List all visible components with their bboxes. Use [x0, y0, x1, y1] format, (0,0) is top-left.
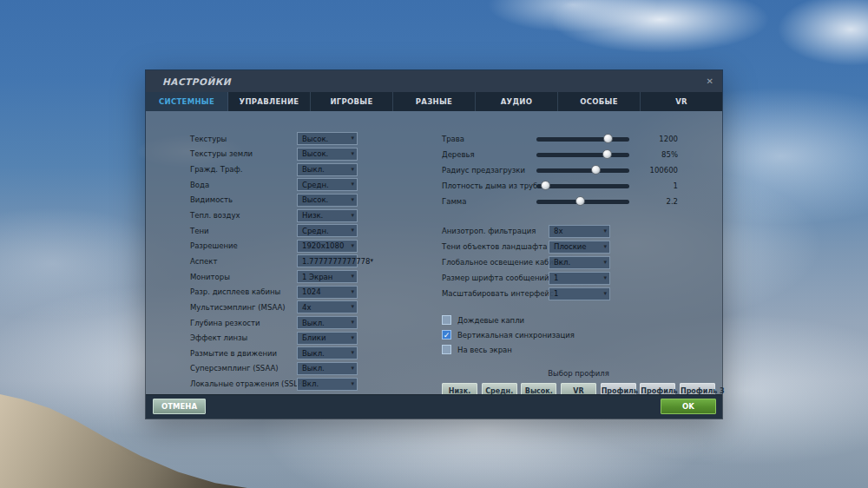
tab-gameplay[interactable]: ИГРОВЫЕ [311, 92, 393, 111]
setting-row-ssaa: Суперсэмплинг (SSAA) Выкл.▾ [190, 361, 358, 377]
setting-row-cockpit-display-res: Разр. дисплеев кабины 1024▾ [190, 284, 358, 300]
slider-row-grass: Трава 1200 [442, 131, 678, 147]
terrain-object-shadows-dropdown[interactable]: Плоские▾ [549, 241, 610, 254]
civ-traffic-dropdown[interactable]: Выкл.▾ [297, 163, 358, 176]
setting-label: Локальные отражения (SSLR) [190, 379, 306, 388]
tab-controls[interactable]: УПРАВЛЕНИЕ [228, 92, 311, 111]
dropdown-value: Средн. [302, 227, 329, 235]
heat-blur-dropdown[interactable]: Низк.▾ [297, 209, 358, 222]
chevron-down-icon: ▾ [351, 304, 354, 310]
slider-label: Трава [442, 135, 464, 143]
water-dropdown[interactable]: Средн.▾ [297, 178, 358, 191]
slider-row-gamma: Гамма 2.2 [442, 194, 678, 209]
msaa-dropdown[interactable]: 4x▾ [297, 300, 358, 313]
cancel-button[interactable]: ОТМЕНА [153, 399, 206, 414]
aspect-dropdown[interactable]: 1.7777777777778▾ [297, 254, 358, 267]
cockpit-illumination-dropdown[interactable]: Вкл.▾ [549, 256, 610, 269]
chevron-down-icon: ▾ [351, 167, 354, 173]
graphics-settings-column: Текстуры Высок.▾ Текстуры земли Высок.▾ … [190, 131, 358, 392]
setting-label: Мониторы [190, 273, 230, 281]
cockpit-display-res-dropdown[interactable]: 1024▾ [297, 286, 358, 299]
setting-label: Тени [190, 227, 209, 235]
sslr-dropdown[interactable]: Вкл.▾ [297, 378, 358, 391]
fullscreen-checkbox[interactable] [442, 345, 451, 354]
chevron-down-icon: ▾ [351, 228, 354, 234]
tab-system[interactable]: СИСТЕМНЫЕ [146, 92, 228, 111]
chevron-down-icon: ▾ [351, 181, 354, 188]
dropdown-value: 1024 [302, 287, 321, 296]
setting-label: Эффект линзы [190, 333, 247, 342]
setting-row-anisotropic: Анизотроп. фильтрация 8x▾ [442, 223, 678, 239]
setting-row-depth-of-field: Глубина резкости Выкл.▾ [190, 315, 358, 331]
vsync-checkbox[interactable]: ✓ [442, 330, 451, 340]
lens-effect-dropdown[interactable]: Блики▾ [297, 332, 358, 345]
visibility-dropdown[interactable]: Высок.▾ [297, 194, 358, 207]
setting-label: Аспект [190, 257, 217, 266]
motion-blur-dropdown[interactable]: Выкл.▾ [297, 346, 358, 359]
ui-scale-dropdown[interactable]: 1▾ [549, 287, 610, 300]
rain-drops-checkbox[interactable] [442, 315, 451, 325]
slider-handle[interactable] [541, 181, 550, 190]
slider-handle[interactable] [603, 134, 613, 143]
setting-label: Размытие в движении [190, 349, 277, 358]
trees-slider[interactable] [536, 153, 629, 157]
close-icon[interactable]: ✕ [707, 77, 713, 86]
setting-label: Тени объектов ландшафта [442, 242, 547, 251]
slider-value: 100600 [650, 166, 678, 175]
setting-label: Глобальное освещение кабины [442, 258, 564, 267]
setting-row-monitors: Мониторы 1 Экран▾ [190, 269, 358, 285]
checkbox-group: Дождевые капли ✓ Вертикальная синхрониза… [442, 313, 715, 357]
setting-row-heat-blur: Тепл. воздух Низк.▾ [190, 208, 358, 223]
tab-audio[interactable]: АУДИО [476, 92, 558, 111]
tab-vr[interactable]: VR [641, 92, 722, 111]
textures-dropdown[interactable]: Высок.▾ [297, 132, 358, 145]
depth-of-field-dropdown[interactable]: Выкл.▾ [297, 316, 358, 329]
chevron-down-icon: ▾ [351, 366, 354, 372]
chevron-down-icon: ▾ [351, 243, 354, 249]
dropdown-value: Высок. [302, 135, 328, 143]
dropdown-value: Выкл. [302, 165, 325, 174]
setting-label: Суперсэмплинг (SSAA) [190, 364, 279, 373]
grass-slider[interactable] [536, 137, 629, 142]
slider-handle[interactable] [591, 165, 601, 175]
slider-handle[interactable] [575, 196, 585, 206]
slider-value: 1200 [659, 135, 678, 143]
preload-radius-slider[interactable] [536, 168, 629, 173]
terrain-textures-dropdown[interactable]: Высок.▾ [297, 148, 358, 161]
checkbox-row-fullscreen: На весь экран [442, 342, 715, 357]
dropdown-value: Высок. [302, 195, 328, 204]
setting-row-cockpit-illumination: Глобальное освещение кабины Вкл.▾ [442, 254, 678, 270]
smoke-density-slider[interactable] [536, 184, 629, 188]
setting-row-lens-effect: Эффект линзы Блики▾ [190, 330, 358, 346]
resolution-dropdown[interactable]: 1920x1080▾ [297, 240, 358, 253]
chevron-down-icon: ▾ [351, 197, 354, 203]
chevron-down-icon: ▾ [603, 228, 607, 234]
chevron-down-icon: ▾ [351, 289, 354, 295]
slider-handle[interactable] [602, 149, 612, 159]
checkbox-row-vsync: ✓ Вертикальная синхронизация [442, 327, 715, 342]
setting-label: Масштабировать интерфейс [442, 289, 554, 298]
ok-button[interactable]: OK [661, 399, 716, 414]
message-font-size-dropdown[interactable]: 1▾ [549, 272, 610, 285]
gamma-slider[interactable] [536, 200, 629, 204]
setting-row-textures: Текстуры Высок.▾ [190, 131, 358, 147]
setting-label: Мультисэмплинг (MSAA) [190, 303, 286, 312]
ssaa-dropdown[interactable]: Выкл.▾ [297, 362, 358, 375]
setting-row-terrain-object-shadows: Тени объектов ландшафта Плоские▾ [442, 239, 678, 254]
checkbox-label: Вертикальная синхронизация [457, 331, 575, 340]
slider-label: Деревья [442, 150, 475, 159]
footer-bar: ОТМЕНА OK [146, 394, 722, 419]
slider-label: Радиус предзагрузки [442, 166, 525, 175]
chevron-down-icon: ▾ [370, 258, 373, 264]
monitors-dropdown[interactable]: 1 Экран▾ [297, 270, 358, 283]
tab-special[interactable]: ОСОБЫЕ [558, 92, 641, 111]
chevron-down-icon: ▾ [603, 260, 607, 266]
dropdown-value: 1920x1080 [302, 241, 344, 250]
title-bar: НАСТРОЙКИ ✕ [146, 70, 722, 92]
dropdown-value: Выкл. [302, 364, 325, 373]
chevron-down-icon: ▾ [351, 274, 354, 280]
tab-misc[interactable]: РАЗНЫЕ [393, 92, 476, 111]
shadows-dropdown[interactable]: Средн.▾ [297, 224, 358, 237]
anisotropic-dropdown[interactable]: 8x▾ [549, 225, 610, 238]
slider-label: Гамма [442, 197, 466, 206]
